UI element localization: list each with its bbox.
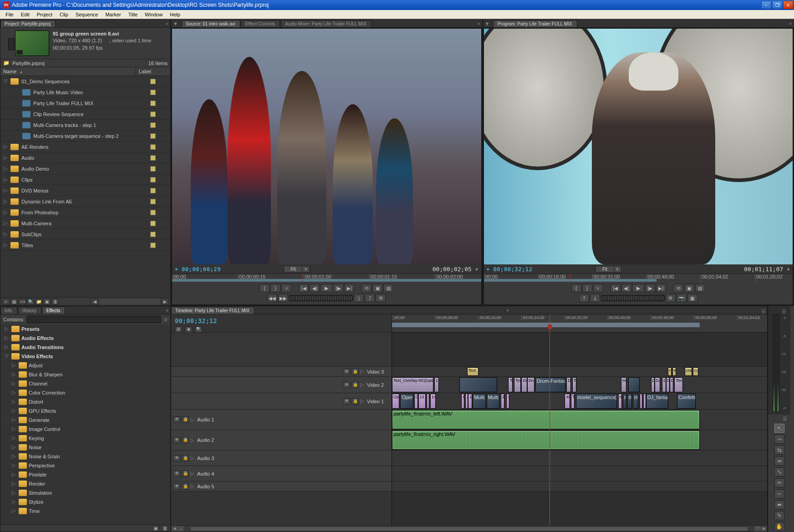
source-video-display[interactable] bbox=[172, 29, 481, 264]
lock-toggle[interactable]: 🔒 bbox=[182, 483, 189, 490]
bin-item[interactable]: ▷AE Renders bbox=[0, 142, 170, 152]
expand-icon[interactable]: ▷ bbox=[360, 398, 366, 404]
expand-icon[interactable]: ▷ bbox=[3, 326, 10, 332]
rate-stretch-tool[interactable]: ⤡ bbox=[774, 467, 784, 476]
label-swatch[interactable] bbox=[150, 79, 156, 84]
set-in-button[interactable]: { bbox=[260, 284, 270, 292]
clip[interactable]: 12 ma bbox=[418, 394, 426, 409]
tab-project[interactable]: Project: Partylife.prproj bbox=[0, 20, 56, 27]
lock-toggle[interactable]: 🔒 bbox=[351, 398, 359, 405]
label-swatch[interactable] bbox=[150, 133, 156, 139]
marker-button[interactable]: ▿ bbox=[593, 284, 603, 292]
lock-toggle[interactable]: 🔒 bbox=[182, 437, 189, 443]
clip[interactable]: 1 bbox=[465, 394, 468, 409]
expand-icon[interactable]: ▷ bbox=[190, 437, 196, 443]
snap-button[interactable]: ⊞ bbox=[175, 326, 182, 333]
track-header[interactable]: 👁🔒▷Audio 4 bbox=[171, 466, 392, 481]
step-fwd-button[interactable]: |▶ bbox=[333, 284, 343, 292]
tab-source-1[interactable]: Effect Controls bbox=[241, 20, 280, 27]
clip[interactable]: Te bbox=[571, 394, 575, 409]
tracks-area[interactable]: ;00;0000;00;08;0000;00;16;0000;00;24;000… bbox=[392, 314, 767, 525]
delete-button[interactable]: 🗑 bbox=[51, 299, 59, 305]
expand-icon[interactable]: ▷ bbox=[10, 444, 17, 450]
set-out-button[interactable]: } bbox=[270, 284, 280, 292]
label-swatch[interactable] bbox=[150, 221, 156, 226]
extract-button[interactable]: ⤓ bbox=[590, 294, 600, 302]
expand-icon[interactable]: ▷ bbox=[2, 166, 9, 172]
bin-item[interactable]: ▷Titles bbox=[0, 240, 170, 251]
jog-wheel[interactable] bbox=[289, 295, 353, 301]
clip[interactable]: 1 bbox=[427, 394, 430, 409]
clip[interactable]: DJ bbox=[666, 377, 670, 392]
menu-file[interactable]: File bbox=[2, 11, 17, 18]
clip[interactable]: Hc bbox=[668, 367, 672, 376]
bin-item[interactable]: ▷Clips bbox=[0, 174, 170, 185]
clip[interactable]: Dr bbox=[566, 377, 571, 392]
effect-category[interactable]: ▷GPU Effects bbox=[0, 406, 170, 415]
marker-button[interactable]: ▿ bbox=[281, 284, 291, 292]
clip[interactable]: 3 bbox=[506, 394, 509, 409]
slide-tool[interactable]: ⬌ bbox=[774, 500, 784, 509]
clip[interactable]: credi bbox=[685, 367, 692, 376]
clip[interactable]: C bbox=[461, 394, 464, 409]
expand-icon[interactable]: ▷ bbox=[2, 144, 9, 150]
effect-category[interactable]: ▷Keying bbox=[0, 434, 170, 443]
eye-toggle[interactable]: 👁 bbox=[173, 437, 180, 443]
clip[interactable]: 14A bbox=[430, 394, 436, 409]
bin-item[interactable]: ▷Dynamic Link From AE bbox=[0, 196, 170, 207]
column-name[interactable]: Name bbox=[3, 69, 16, 74]
toggle-take-button[interactable]: ⧉ bbox=[376, 294, 386, 302]
effects-search-input[interactable] bbox=[27, 316, 161, 323]
track-header[interactable]: 👁🔒▷Video 2 bbox=[171, 377, 392, 393]
tab-effects[interactable]: Effects bbox=[42, 307, 65, 314]
label-swatch[interactable] bbox=[150, 232, 156, 237]
clip[interactable]: Te bbox=[508, 377, 513, 392]
label-swatch[interactable] bbox=[150, 166, 156, 172]
new-item-button[interactable]: ▣ bbox=[43, 299, 51, 305]
panel-menu-icon[interactable]: ☰ bbox=[781, 416, 789, 422]
menu-project[interactable]: Project bbox=[33, 11, 56, 18]
clip[interactable]: 23 bbox=[501, 394, 504, 409]
bin-list[interactable]: ▽01_Demo SequencesParty Life Music Video… bbox=[0, 76, 170, 297]
bin-item[interactable]: ▷From Photoshop bbox=[0, 207, 170, 218]
scroll-right-button[interactable]: ▶ bbox=[161, 299, 168, 305]
expand-icon[interactable]: ▷ bbox=[10, 371, 17, 377]
effect-category[interactable]: ▷Audio Effects bbox=[0, 334, 170, 343]
effect-category[interactable]: ▷Noise & Grain bbox=[0, 452, 170, 461]
panel-close-icon[interactable]: × bbox=[476, 21, 482, 27]
menu-clip[interactable]: Clip bbox=[56, 11, 72, 18]
expand-icon[interactable]: ▷ bbox=[2, 198, 9, 204]
lock-toggle[interactable]: 🔒 bbox=[351, 382, 359, 388]
audio-track[interactable]: partylife_finalmix_right.WAV bbox=[392, 430, 767, 451]
clip[interactable]: Text bbox=[467, 367, 478, 376]
loop-button[interactable]: ⟲ bbox=[673, 284, 683, 292]
eye-toggle[interactable]: 👁 bbox=[343, 369, 350, 375]
menu-sequence[interactable]: Sequence bbox=[72, 11, 102, 18]
expand-icon[interactable]: ▷ bbox=[10, 426, 17, 432]
step-back-button[interactable]: ◀| bbox=[310, 284, 320, 292]
clip[interactable]: Open bbox=[392, 394, 399, 409]
zoom-tool-button[interactable]: 🔍 bbox=[195, 326, 202, 333]
clip[interactable]: DJ bbox=[651, 377, 655, 392]
clip[interactable]: Text bbox=[514, 377, 521, 392]
safe-margins-button[interactable]: ▣ bbox=[372, 284, 382, 292]
goto-in-button[interactable]: |◀ bbox=[299, 284, 309, 292]
tab-history[interactable]: History bbox=[18, 307, 41, 314]
column-headers[interactable]: Name▲ Label bbox=[0, 67, 170, 76]
video-track[interactable]: OpenOpeningCr12 ma114AC116Multi_camMulti… bbox=[392, 393, 767, 410]
effect-category[interactable]: ▷Image Control bbox=[0, 425, 170, 434]
expand-icon[interactable]: ▷ bbox=[10, 380, 17, 386]
export-frame-button[interactable]: 📷 bbox=[677, 294, 687, 302]
menu-window[interactable]: Window bbox=[141, 11, 166, 18]
bin-item[interactable]: Party Life Trailer FULL MIX bbox=[0, 98, 170, 109]
effect-category[interactable]: ▷Simulation bbox=[0, 488, 170, 497]
expand-icon[interactable]: ▷ bbox=[360, 382, 366, 388]
goto-prev-button[interactable]: ◀◀ bbox=[267, 294, 277, 302]
eye-toggle[interactable]: 👁 bbox=[173, 471, 180, 477]
scroll-left-button[interactable]: ◀ bbox=[91, 299, 98, 305]
clip[interactable]: Cr bbox=[414, 394, 418, 409]
output-button[interactable]: ▤ bbox=[695, 284, 705, 292]
goto-in-button[interactable]: |◀ bbox=[611, 284, 621, 292]
clip[interactable]: model_sequence[DV]Final-00 bbox=[576, 394, 617, 409]
panel-close-icon[interactable]: × bbox=[504, 308, 511, 314]
